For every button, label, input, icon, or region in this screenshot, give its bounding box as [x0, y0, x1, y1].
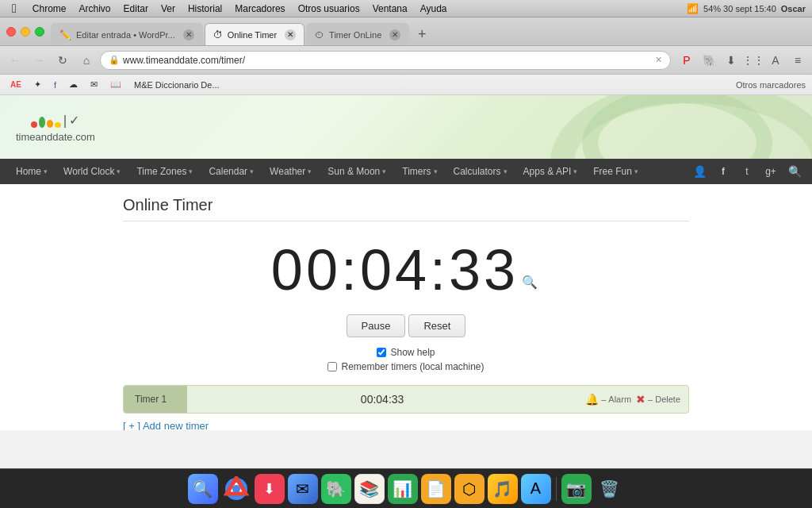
bookmark-me-label: M&E Diccionario De... — [134, 80, 220, 90]
nav-apps-api[interactable]: Apps & API ▾ — [515, 159, 586, 184]
dock-numbers[interactable]: 📊 — [388, 474, 418, 504]
bookmark-cloud[interactable]: ☁ — [65, 78, 82, 91]
menu-historial[interactable]: Historial — [182, 2, 228, 16]
nav-google-plus-icon[interactable]: g+ — [761, 162, 780, 181]
menu-chrome[interactable]: Chrome — [27, 2, 72, 16]
tab-label-edit: Editar entrada • WordPr... — [76, 30, 175, 40]
browser-extension-icons: P 🐘 ⬇ ⋮⋮ A ≡ — [677, 51, 807, 70]
tab-close-timer[interactable]: ✕ — [285, 29, 296, 40]
evernote-icon[interactable]: 🐘 — [699, 51, 718, 70]
nav-home[interactable]: Home ▾ — [8, 159, 56, 184]
bookmark-star[interactable]: ✦ — [30, 78, 45, 91]
dock-separator — [556, 477, 557, 501]
nav-world-clock[interactable]: World Clock ▾ — [56, 159, 128, 184]
menu-editar[interactable]: Editar — [118, 2, 154, 16]
dock-facetime[interactable]: 📷 — [561, 474, 592, 504]
refresh-button[interactable]: ↻ — [52, 50, 73, 71]
reset-button[interactable]: Reset — [408, 314, 465, 337]
nav-weather[interactable]: Weather ▾ — [262, 159, 320, 184]
dock-pocket[interactable]: ⬇ — [255, 474, 285, 504]
browser-window: ✏️ Editar entrada • WordPr... ✕ ⏱ Online… — [0, 17, 812, 468]
tab-close-edit[interactable]: ✕ — [183, 29, 194, 40]
add-timer-link[interactable]: [ + ] Add new timer — [123, 420, 209, 430]
tabs-bar: ✏️ Editar entrada • WordPr... ✕ ⏱ Online… — [0, 17, 812, 46]
other-bookmarks[interactable]: Otros marcadores — [736, 80, 806, 90]
pinterest-icon[interactable]: P — [677, 51, 696, 70]
maximize-button[interactable] — [35, 27, 44, 37]
bookmark-ae[interactable]: AE — [6, 79, 25, 90]
dock-chrome[interactable] — [221, 474, 251, 504]
delete-text: Delete — [655, 394, 680, 404]
nav-timers[interactable]: Timers ▾ — [394, 159, 445, 184]
nav-user-icon[interactable]: 👤 — [690, 162, 709, 181]
bookmark-mail[interactable]: ✉ — [86, 78, 102, 91]
nav-sun-moon[interactable]: Sun & Moon ▾ — [320, 159, 394, 184]
forward-button[interactable]: → — [29, 50, 49, 71]
traffic-lights — [6, 27, 44, 37]
menu-marcadores[interactable]: Marcadores — [229, 2, 290, 16]
menu-archivo[interactable]: Archivo — [74, 2, 117, 16]
tab-close-timer2[interactable]: ✕ — [389, 29, 400, 40]
back-button[interactable]: ← — [5, 50, 25, 71]
bookmarks-bar: AE ✦ f ☁ ✉ 📖 M&E Diccionario De... Otros… — [0, 75, 812, 95]
close-button[interactable] — [6, 27, 16, 37]
bookmark-fb[interactable]: f — [50, 79, 60, 91]
remember-label: Remember timers (local machine) — [341, 361, 484, 372]
logo-dot-yellow — [55, 122, 61, 128]
dock-mail[interactable]: ✉ — [288, 474, 318, 504]
remember-timers-option: Remember timers (local machine) — [327, 361, 484, 372]
nav-calendar[interactable]: Calendar ▾ — [201, 159, 262, 184]
dock-pages[interactable]: 📄 — [421, 474, 451, 504]
remember-checkbox[interactable] — [327, 362, 337, 371]
timer-zoom-icon[interactable]: 🔍 — [522, 275, 541, 290]
tab-online-timer[interactable]: ⏱ Online Timer ✕ — [205, 23, 304, 45]
translate-icon[interactable]: A — [766, 51, 785, 70]
timer-time-display: 00:04:33 🔍 — [123, 237, 689, 302]
menu-icon[interactable]: ≡ — [788, 51, 807, 70]
new-tab-button[interactable]: + — [411, 23, 433, 45]
url-text: www.timeanddate.com/timer/ — [123, 55, 652, 66]
apple-menu[interactable]:  — [6, 0, 22, 17]
bookmark-me-dict[interactable]: M&E Diccionario De... — [130, 79, 224, 91]
nav-time-zones[interactable]: Time Zones ▾ — [128, 159, 201, 184]
tab-edit-entry[interactable]: ✏️ Editar entrada • WordPr... ✕ — [51, 23, 203, 45]
home-button[interactable]: ⌂ — [76, 50, 97, 71]
timer-value: 00:04:33 — [271, 237, 519, 302]
timer-1-row: Timer 1 00:04:33 🔔 – Alarm ✖ – Delete — [123, 385, 689, 414]
nav-free-fun[interactable]: Free Fun ▾ — [585, 159, 646, 184]
nav-calculators[interactable]: Calculators ▾ — [446, 159, 515, 184]
pause-button[interactable]: Pause — [347, 314, 406, 337]
nav-facebook-icon[interactable]: f — [714, 162, 733, 181]
logo-text[interactable]: timeanddate.com — [16, 131, 95, 143]
bookmark-book[interactable]: 📖 — [106, 78, 125, 91]
dock-evernote[interactable]: 🐘 — [321, 474, 351, 504]
tab-icon-edit: ✏️ — [59, 29, 71, 40]
site-logo: ✓ timeanddate.com — [16, 111, 95, 143]
dock-appstore[interactable]: A — [521, 474, 551, 504]
pocket-icon[interactable]: ⬇ — [722, 51, 741, 70]
dock-trash[interactable]: 🗑️ — [595, 474, 625, 504]
menu-ayuda[interactable]: Ayuda — [415, 2, 453, 16]
logo-dot-red — [31, 121, 37, 128]
status-area: 📶 54% 30 sept 15:40 Oscar — [687, 3, 806, 14]
clear-icon[interactable]: ✕ — [655, 55, 662, 65]
menu-ventana[interactable]: Ventana — [367, 2, 413, 16]
menu-ver[interactable]: Ver — [155, 2, 181, 16]
web-content-area: ✓ timeanddate.com Home ▾ World Clock ▾ T… — [0, 95, 812, 430]
dock-finder[interactable]: 🔍 — [188, 474, 218, 504]
dock-sketch[interactable]: ⬡ — [454, 474, 485, 504]
dock-books[interactable]: 📚 — [354, 474, 385, 504]
menu-otros-usuarios[interactable]: Otros usuarios — [293, 2, 366, 16]
show-help-checkbox[interactable] — [377, 348, 386, 357]
dock-itunes[interactable]: 🎵 — [488, 474, 518, 504]
alarm-action[interactable]: 🔔 – Alarm — [585, 393, 631, 406]
nav-twitter-icon[interactable]: t — [737, 162, 756, 181]
macos-menubar:  Chrome Archivo Editar Ver Historial Ma… — [0, 0, 812, 17]
minimize-button[interactable] — [21, 27, 30, 37]
timer-controls: Pause Reset — [123, 314, 689, 337]
tab-timer-online[interactable]: ⏲ Timer OnLine ✕ — [306, 23, 409, 45]
apps-icon[interactable]: ⋮⋮ — [744, 51, 763, 70]
nav-search-icon[interactable]: 🔍 — [785, 162, 804, 181]
address-bar[interactable]: 🔒 www.timeanddate.com/timer/ ✕ — [100, 51, 671, 70]
delete-action[interactable]: ✖ – Delete — [636, 393, 680, 406]
